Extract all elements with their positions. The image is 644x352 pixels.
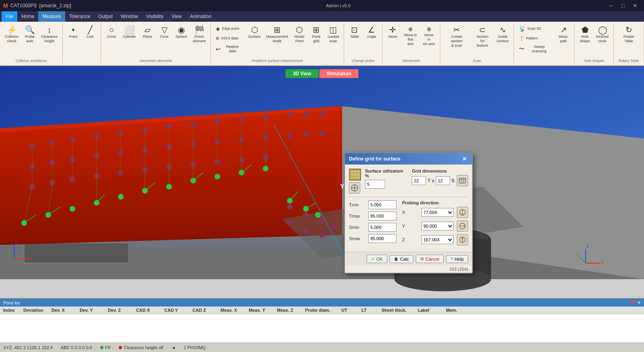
col-devz: Dev. Z [105,308,133,313]
simulation-button[interactable]: Simulation [319,69,358,78]
smax-input[interactable] [368,234,396,243]
table-icon: ⊡ [351,26,358,34]
surface-utilization-input[interactable] [365,180,385,189]
statusbar: XYZ -452.3 1100.1 102.4 ABC 0.0 0.0 0.0 … [0,342,644,352]
movement-label: Movement [403,58,420,63]
menu-home[interactable]: Home [17,11,38,22]
menu-animation[interactable]: Animation [186,11,215,22]
sphere-button[interactable]: ◉ Sphere [173,24,190,41]
dialog-footer: ✓ OK 🖩 Calc ⊘ Cancel ? Help [345,252,472,266]
status-clearance: Clearance height off [119,345,163,350]
smin-input[interactable] [368,223,396,232]
user-info: Admin | v5.0 [326,3,351,8]
dialog-close-button[interactable]: ✕ [461,155,468,163]
cancel-button[interactable]: ⊘ Cancel [416,255,444,263]
lang-label: FR [105,345,111,350]
svg-point-73 [331,224,337,230]
hole-shape-button[interactable]: ⬟ Holeshape [577,24,593,45]
svg-text:Y: Y [4,249,7,253]
menu-output[interactable]: Output [94,11,117,22]
scan3d-button[interactable]: 📡 Scan 3D [516,24,555,33]
collision-check-button[interactable]: ⚡ Collisioncheck [2,24,21,45]
meas-path-button[interactable]: ↗ Meas.path [555,24,572,45]
y-direction-select[interactable]: 90.000 [421,222,454,231]
gasket-scan-icon: ◫ [329,26,337,34]
rotate-table-icon: ↻ [625,26,632,34]
grid-s-input[interactable] [436,176,450,185]
point-list-pin-icon[interactable]: 📌 [630,300,636,305]
menu-measure[interactable]: Measure [38,11,65,22]
probe-direction-icon-1[interactable] [349,182,360,193]
z-direction-select[interactable]: 167.004 [421,235,454,244]
svg-point-55 [319,130,325,136]
plane-button[interactable]: ▱ Plane [139,24,155,41]
angle-button[interactable]: ∠ Angle [363,24,380,41]
line-button[interactable]: ╱ Line [82,24,98,41]
probe-icon-x[interactable] [457,207,468,218]
svg-point-40 [303,111,309,117]
svg-text:Z: Z [15,240,17,245]
pattern-button[interactable]: ⋮ Pattern [516,34,555,43]
gasket-scan-button[interactable]: ◫ Gasketscan [325,24,341,45]
grid-t-input[interactable] [412,176,426,185]
menu-visibility[interactable]: Visibility [142,11,167,22]
guide-contour-button[interactable]: ∿ Guidecontour [494,24,511,45]
measurement-mode-button[interactable]: ⊞ MeasurementMode [264,24,290,45]
ribbon-group-scan: ✂ Create section& scan ⊂ Section forfeat… [440,23,514,64]
probe-auto-button[interactable]: 🔍 Probeauto [22,24,38,45]
ribbon-content: ⚡ Collisioncheck 🔍 Probeauto ↕ Clearance… [0,22,644,65]
sweep-button[interactable]: 〜 Sweep scanning [516,43,555,55]
surface-button[interactable]: ⬡ Surface [246,24,263,41]
minimize-button[interactable]: ─ [605,2,617,9]
point-button[interactable]: • Point [65,24,81,41]
status-probe: 1 PH10MQ [184,345,205,350]
inclined-circle-button[interactable]: ◯ Inclinedcircle [594,24,611,45]
calc-button[interactable]: 🖩 Calc [390,255,413,263]
probe-icon-z[interactable] [457,234,468,245]
menu-tolerance[interactable]: Tolerance [65,11,94,22]
ascii-data-button[interactable]: ≡ ASCII data [213,34,245,43]
window-controls[interactable]: ─ □ ✕ [605,2,641,9]
menu-file[interactable]: File [2,11,17,22]
col-measx: Meas. X [217,308,246,313]
x-direction-select[interactable]: 77.004 [421,208,454,217]
grid-settings-icon[interactable] [457,175,468,186]
finish-element-button[interactable]: 🏁 Finishelement [190,24,208,45]
menu-window[interactable]: Window [117,11,142,22]
create-section-button[interactable]: ✂ Create section& scan [443,24,471,49]
point-grid-button[interactable]: ⊞ Pointgrid [308,24,324,45]
move-button[interactable]: ✛ Move [385,24,401,41]
tmin-input[interactable] [368,200,396,209]
restore-data-button[interactable]: ↩ Restore data [213,43,245,55]
help-icon: ? [450,257,453,261]
col-deviation: Deviation [20,308,48,313]
move-five-button[interactable]: ⊕ Move infive axis [402,24,419,47]
section-feature-button[interactable]: ⊂ Section forfeature [472,24,494,49]
tmax-input[interactable] [368,212,396,220]
cylinder-button[interactable]: ⬜ Cylinder [120,24,138,41]
probe-icon-y[interactable] [457,220,468,232]
svg-point-39 [287,112,293,118]
svg-point-72 [319,232,325,238]
svg-text:Y: Y [576,253,579,257]
model-point-button[interactable]: ⬡ ModelPoint [291,24,308,45]
edge-point-button[interactable]: ◈ Edge point [213,24,245,33]
maximize-button[interactable]: □ [617,2,629,9]
point-icon: • [72,26,75,34]
menu-view[interactable]: View [167,11,186,22]
point-list-close-icon[interactable]: ✕ [637,300,641,305]
surface-util-title: Surface utilization % [365,169,408,178]
col-index: Index [0,308,20,313]
ribbon: ⚡ Collisioncheck 🔍 Probeauto ↕ Clearance… [0,22,644,66]
3d-view-button[interactable]: 3D View [285,69,318,78]
table-button[interactable]: ⊡ Table [347,24,363,41]
move-six-button[interactable]: ⊕ Move insix axis [420,24,438,47]
ok-button[interactable]: ✓ OK [367,255,387,263]
collision-check-icon: ⚡ [7,26,17,34]
rotate-table-button[interactable]: ↻ Rotate Table [616,24,641,45]
clearance-height-button[interactable]: ↕ Clearanceheight [39,24,60,45]
close-button[interactable]: ✕ [630,2,641,9]
circle-button[interactable]: ○ Circle [103,24,120,41]
help-button[interactable]: ? Help [446,255,468,263]
cone-button[interactable]: ▽ Cone [156,24,172,41]
